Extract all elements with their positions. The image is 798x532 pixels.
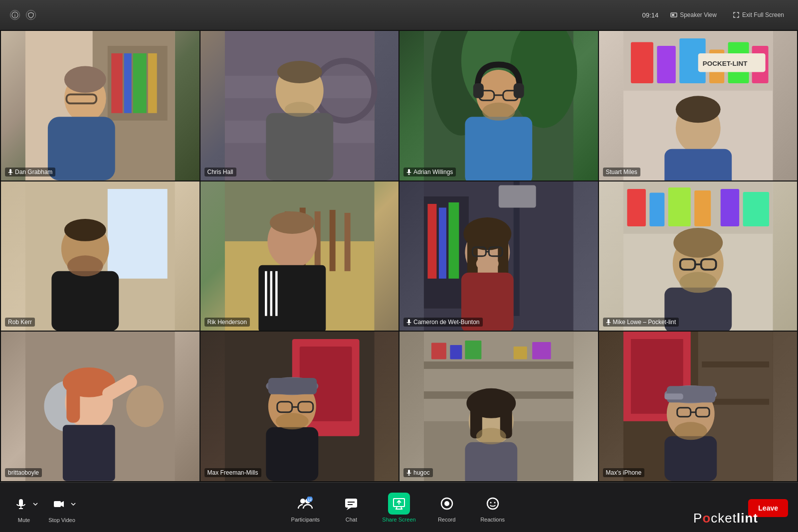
record-icon	[440, 497, 454, 511]
person-silhouette-maxsiphone	[599, 332, 798, 481]
svg-point-36	[482, 103, 515, 121]
name-label-chris: Chris Hall	[204, 168, 236, 177]
svg-rect-96	[627, 189, 645, 226]
share-screen-icon	[392, 497, 406, 510]
mic-icon-dan	[8, 169, 13, 175]
svg-rect-16	[9, 169, 11, 173]
svg-point-145	[476, 428, 506, 445]
svg-point-179	[444, 501, 449, 506]
stop-video-chevron[interactable]	[71, 503, 76, 506]
participant-name-rik: Rik Henderson	[207, 319, 247, 326]
svg-text:12: 12	[308, 498, 312, 502]
svg-rect-57	[108, 189, 168, 279]
svg-rect-153	[702, 361, 769, 367]
info-icon[interactable]: i	[10, 10, 20, 20]
mic-icon-adrian	[406, 169, 411, 175]
person-silhouette-hugoc	[399, 332, 598, 481]
svg-point-74	[269, 211, 314, 234]
svg-point-160	[674, 422, 707, 440]
toolbar-left-controls: Mute Stop Video	[10, 493, 76, 523]
name-label-mike: Mike Lowe – Pocket-lint	[603, 318, 679, 327]
svg-rect-159	[664, 436, 717, 481]
record-label: Record	[438, 517, 455, 523]
chat-btn[interactable]: Chat	[336, 493, 366, 523]
name-label-rik: Rik Henderson	[204, 318, 250, 327]
svg-rect-97	[649, 192, 664, 226]
svg-point-180	[487, 498, 498, 509]
svg-rect-158	[664, 394, 683, 400]
reactions-btn[interactable]: Reactions	[478, 493, 508, 523]
svg-point-119	[126, 385, 164, 427]
svg-rect-109	[607, 319, 609, 323]
svg-rect-3	[672, 14, 674, 16]
reactions-icon	[486, 497, 500, 511]
svg-rect-99	[694, 190, 711, 226]
top-bar: i 09:14 Speaker View Exit Full Screen	[0, 0, 798, 30]
svg-point-181	[490, 502, 491, 503]
person-silhouette-chris	[200, 31, 399, 180]
name-label-max: Max Freeman-Mills	[204, 468, 261, 477]
top-bar-left: i	[10, 10, 36, 20]
svg-rect-80	[439, 207, 446, 278]
svg-text:POCKET-LINT: POCKET-LINT	[702, 60, 748, 67]
svg-rect-35	[465, 117, 532, 180]
name-label-rob: Rob Kerr	[5, 318, 35, 327]
video-cell-dan-grabham: Dan Grabham	[1, 31, 200, 180]
svg-rect-125	[268, 378, 316, 394]
participants-label: Participants	[291, 517, 320, 523]
name-label-cameron: Cameron de Wet-Bunton	[403, 318, 483, 327]
record-icon-wrap	[436, 493, 458, 515]
svg-rect-8	[111, 53, 122, 113]
toolbar: Mute Stop Video	[0, 482, 798, 532]
share-screen-btn[interactable]: Share Screen	[382, 493, 415, 523]
svg-rect-116	[66, 385, 80, 423]
participant-name-hugoc: hugoc	[413, 469, 430, 476]
participant-name-cameron: Cameron de Wet-Bunton	[413, 319, 480, 326]
svg-rect-138	[514, 347, 527, 359]
name-label-maxsiphone: Max's iPhone	[603, 468, 645, 477]
share-screen-icon-wrap	[388, 493, 410, 515]
svg-rect-146	[408, 470, 410, 474]
video-cell-hugoc: hugoc	[399, 332, 598, 481]
svg-text:i: i	[14, 13, 16, 18]
participants-btn[interactable]: 12 Participants	[290, 493, 320, 523]
svg-point-182	[494, 502, 495, 503]
participants-icon: 12	[298, 497, 313, 511]
mute-chevron[interactable]	[33, 503, 38, 506]
mute-icon	[14, 498, 27, 511]
video-cell-stuart-miles: POCKET-LINT Stuart Miles	[599, 31, 798, 180]
svg-point-108	[679, 272, 717, 293]
shield-icon[interactable]	[26, 10, 36, 20]
name-label-stuart: Stuart Miles	[603, 168, 640, 177]
svg-rect-81	[448, 202, 459, 279]
name-label-adrian: Adrian Willings	[403, 168, 456, 177]
svg-point-15	[64, 66, 106, 93]
mute-icon-wrap	[10, 493, 32, 515]
participant-name-britta: brittaoboyle	[8, 469, 39, 476]
participant-name-mike: Mike Lowe – Pocket-lint	[613, 319, 676, 326]
svg-rect-67	[329, 210, 335, 271]
person-silhouette-rik	[200, 181, 399, 331]
video-cell-maxsiphone: Max's iPhone	[599, 332, 798, 481]
participant-name-adrian: Adrian Willings	[413, 169, 453, 176]
svg-rect-11	[148, 53, 157, 113]
video-cell-adrian-willings: Adrian Willings	[399, 31, 598, 180]
participant-name-maxsiphone: Max's iPhone	[606, 469, 642, 476]
top-bar-right: 09:14 Speaker View Exit Full Screen	[642, 9, 788, 20]
stop-video-control[interactable]: Stop Video	[48, 493, 76, 523]
video-cell-max: Max Freeman-Mills	[200, 332, 399, 481]
stop-video-icon-wrap	[48, 493, 70, 515]
pocketlint-logo: Pocketlint	[693, 511, 758, 526]
mic-icon-mike	[606, 319, 611, 325]
chat-icon-wrap	[340, 493, 362, 515]
participants-icon-wrap: 12	[294, 493, 316, 515]
mute-control[interactable]: Mute	[10, 493, 38, 523]
exit-fullscreen-btn[interactable]: Exit Full Screen	[729, 9, 788, 20]
speaker-view-btn[interactable]: Speaker View	[666, 9, 721, 20]
svg-rect-167	[54, 501, 61, 507]
svg-point-53	[675, 96, 720, 123]
record-btn[interactable]: Record	[432, 493, 462, 523]
svg-point-27	[277, 61, 322, 83]
svg-rect-129	[266, 427, 318, 481]
exit-fullscreen-icon	[733, 11, 740, 18]
